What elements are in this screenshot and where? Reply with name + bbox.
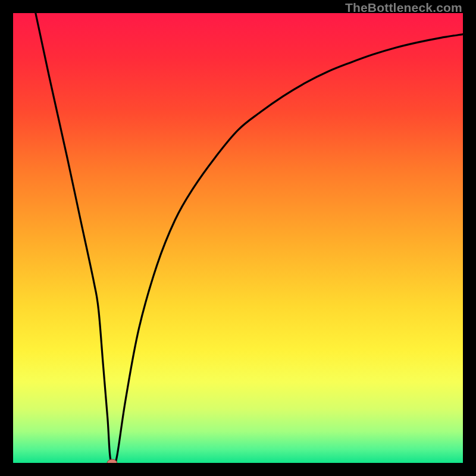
watermark-text: TheBottleneck.com	[345, 1, 462, 15]
gradient-background	[13, 13, 463, 463]
chart-svg	[13, 13, 463, 463]
chart-frame	[13, 13, 463, 463]
